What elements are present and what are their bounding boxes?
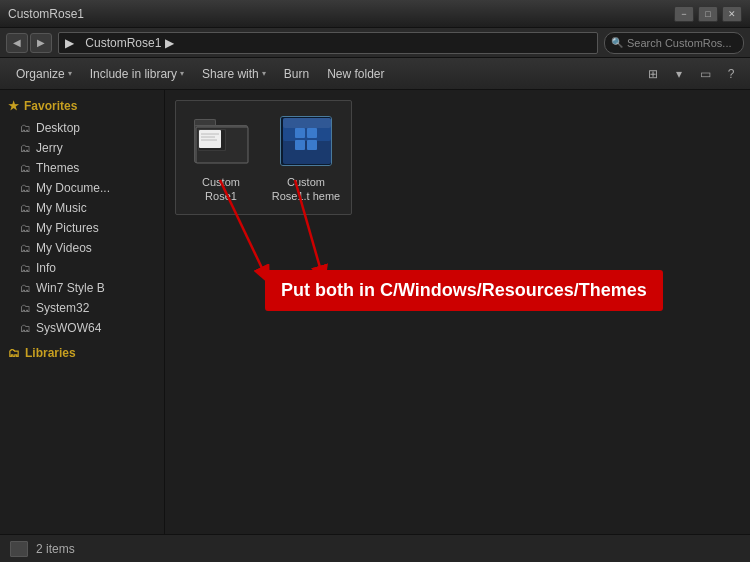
maximize-button[interactable]: □	[698, 6, 718, 22]
folder-icon: 🗂	[20, 302, 31, 314]
file-area: Custom Rose1	[165, 90, 750, 534]
file-item-customrose1-folder[interactable]: Custom Rose1	[186, 111, 256, 204]
file-label-customrose1: Custom Rose1	[186, 175, 256, 204]
view-dropdown-button[interactable]: ▾	[668, 63, 690, 85]
status-item-count: 2 items	[36, 542, 75, 556]
main-content: ★ Favorites 🗂 Desktop 🗂 Jerry 🗂 Themes 🗂…	[0, 90, 750, 534]
sidebar-item-mypictures[interactable]: 🗂 My Pictures	[0, 218, 164, 238]
favorites-section-header[interactable]: ★ Favorites	[0, 94, 164, 118]
svg-rect-12	[295, 140, 305, 150]
folder-icon: 🗂	[20, 202, 31, 214]
sidebar-item-themes[interactable]: 🗂 Themes	[0, 158, 164, 178]
include-library-dropdown-arrow: ▾	[180, 69, 184, 78]
breadcrumb-prefix: ▶	[65, 36, 74, 50]
details-pane-button[interactable]: ▭	[694, 63, 716, 85]
svg-rect-10	[295, 128, 305, 138]
toolbar-view-controls: ⊞ ▾ ▭ ?	[642, 63, 742, 85]
svg-rect-13	[307, 140, 317, 150]
breadcrumb-bar[interactable]: ▶ CustomRose1 ▶	[58, 32, 598, 54]
sidebar-item-label: Jerry	[36, 141, 63, 155]
sidebar-item-system32[interactable]: 🗂 System32	[0, 298, 164, 318]
folder-icon: 🗂	[20, 182, 31, 194]
organize-dropdown-arrow: ▾	[68, 69, 72, 78]
favorites-label: Favorites	[24, 99, 77, 113]
theme-icon-background	[280, 116, 332, 166]
folder-icon: 🗂	[20, 322, 31, 334]
window-title: CustomRose1	[8, 7, 84, 21]
sidebar-item-jerry[interactable]: 🗂 Jerry	[0, 138, 164, 158]
folder-icon: 🗂	[20, 142, 31, 154]
new-folder-button[interactable]: New folder	[319, 63, 392, 85]
theme-svg	[281, 116, 331, 166]
libraries-folder-icon: 🗂	[8, 346, 20, 360]
svg-rect-11	[307, 128, 317, 138]
svg-rect-3	[199, 130, 221, 148]
sidebar-item-mymusic[interactable]: 🗂 My Music	[0, 198, 164, 218]
folder-body	[194, 125, 248, 163]
minimize-button[interactable]: −	[674, 6, 694, 22]
sidebar-item-label: My Videos	[36, 241, 92, 255]
breadcrumb-separator	[78, 36, 81, 50]
sidebar-item-myvideos[interactable]: 🗂 My Videos	[0, 238, 164, 258]
back-button[interactable]: ◀	[6, 33, 28, 53]
address-bar: ◀ ▶ ▶ CustomRose1 ▶ 🔍 Search CustomRos..…	[0, 28, 750, 58]
sidebar-item-info[interactable]: 🗂 Info	[0, 258, 164, 278]
sidebar-item-label: Themes	[36, 161, 79, 175]
close-button[interactable]: ✕	[722, 6, 742, 22]
libraries-label: Libraries	[25, 346, 76, 360]
share-with-dropdown-arrow: ▾	[262, 69, 266, 78]
forward-button[interactable]: ▶	[30, 33, 52, 53]
breadcrumb-path: CustomRose1	[85, 36, 161, 50]
toolbar: Organize ▾ Include in library ▾ Share wi…	[0, 58, 750, 90]
file-label-customrose1-theme: Custom Rose1.t heme	[271, 175, 341, 204]
sidebar-item-win7style[interactable]: 🗂 Win7 Style B	[0, 278, 164, 298]
sidebar-item-label: Info	[36, 261, 56, 275]
sidebar-item-desktop[interactable]: 🗂 Desktop	[0, 118, 164, 138]
sidebar-item-label: Desktop	[36, 121, 80, 135]
organize-button[interactable]: Organize ▾	[8, 63, 80, 85]
sidebar-item-syswow64[interactable]: 🗂 SysWOW64	[0, 318, 164, 338]
sidebar-item-label: SysWOW64	[36, 321, 101, 335]
files-container: Custom Rose1	[175, 100, 352, 215]
callout-box: Put both in C/Windows/Resources/Themes	[265, 270, 663, 311]
folder-file-icon	[191, 111, 251, 171]
callout-text: Put both in C/Windows/Resources/Themes	[281, 280, 647, 300]
include-library-button[interactable]: Include in library ▾	[82, 63, 192, 85]
status-folder-icon	[10, 541, 28, 557]
title-bar: CustomRose1 − □ ✕	[0, 0, 750, 28]
breadcrumb-end-arrow: ▶	[161, 36, 173, 50]
status-bar: 2 items	[0, 534, 750, 562]
burn-button[interactable]: Burn	[276, 63, 317, 85]
folder-icon: 🗂	[20, 222, 31, 234]
sidebar: ★ Favorites 🗂 Desktop 🗂 Jerry 🗂 Themes 🗂…	[0, 90, 165, 534]
sidebar-item-label: My Docume...	[36, 181, 110, 195]
sidebar-item-mydocuments[interactable]: 🗂 My Docume...	[0, 178, 164, 198]
folder-icon: 🗂	[20, 282, 31, 294]
folder-icon: 🗂	[20, 242, 31, 254]
theme-file-icon	[276, 111, 336, 171]
sidebar-item-label: Win7 Style B	[36, 281, 105, 295]
folder-icon: 🗂	[20, 262, 31, 274]
search-icon: 🔍	[611, 37, 623, 48]
search-placeholder: Search CustomRos...	[627, 37, 732, 49]
svg-rect-14	[283, 118, 331, 128]
sidebar-item-label: System32	[36, 301, 89, 315]
nav-buttons: ◀ ▶	[6, 33, 52, 53]
search-bar[interactable]: 🔍 Search CustomRos...	[604, 32, 744, 54]
folder-icon: 🗂	[20, 122, 31, 134]
share-with-button[interactable]: Share with ▾	[194, 63, 274, 85]
folder-svg	[195, 126, 249, 164]
folder-icon: 🗂	[20, 162, 31, 174]
view-icon-button[interactable]: ⊞	[642, 63, 664, 85]
window-controls: − □ ✕	[674, 6, 742, 22]
help-button[interactable]: ?	[720, 63, 742, 85]
file-item-customrose1-theme[interactable]: Custom Rose1.t heme	[271, 111, 341, 204]
libraries-section-header[interactable]: 🗂 Libraries	[0, 338, 164, 363]
favorites-star-icon: ★	[8, 99, 19, 113]
sidebar-item-label: My Music	[36, 201, 87, 215]
sidebar-item-label: My Pictures	[36, 221, 99, 235]
